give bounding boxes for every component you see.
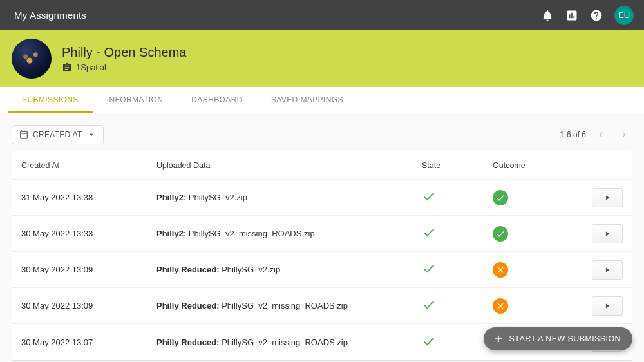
outcome-fail-icon [493,262,508,278]
list-toolbar: CREATED AT 1-6 of 6 [0,113,644,151]
cell-state [422,225,493,242]
cell-actions [570,296,623,316]
notifications-icon[interactable] [541,9,554,22]
fab-label: START A NEW SUBMISSION [509,334,621,343]
cell-outcome [493,298,570,314]
state-done-icon [422,189,436,205]
pagination-range: 1-6 of 6 [560,130,586,139]
assignment-org: 1Spatial [76,62,106,72]
tab-label: INFORMATION [107,95,164,104]
open-submission-button[interactable] [592,188,623,207]
cell-created-at: 30 May 2022 13:09 [21,301,156,310]
appbar: My Assignments EU [0,0,644,30]
calendar-icon [19,129,29,140]
sort-chip[interactable]: CREATED AT [12,125,104,144]
open-submission-button[interactable] [592,224,623,243]
state-done-icon [422,298,436,314]
outcome-pass-icon [493,190,508,205]
dashboard-icon[interactable] [565,9,578,22]
state-done-icon [422,225,436,242]
help-icon[interactable] [590,9,603,22]
appbar-title: My Assignments [14,10,541,21]
clipboard-icon [62,62,72,73]
state-done-icon [422,334,436,350]
open-submission-button[interactable] [592,260,623,280]
tab-saved-mappings[interactable]: SAVED MAPPINGS [257,87,357,113]
cell-actions [570,188,623,207]
next-page-button[interactable] [616,126,632,143]
cell-uploaded-data: Philly Reduced: PhillySG_v2.zip [156,265,422,274]
cell-uploaded-data: Philly2: PhillySG_v2.zip [156,193,422,202]
cell-created-at: 31 May 2022 13:38 [21,193,156,202]
cell-state [422,298,493,314]
state-done-icon [422,262,436,278]
cell-created-at: 30 May 2022 13:07 [21,338,156,347]
cell-outcome [493,190,570,205]
cell-state [422,262,493,278]
tab-submissions[interactable]: SUBMISSIONS [8,87,93,113]
paginator: 1-6 of 6 [560,126,632,143]
col-header-uploaded-data: Uploaded Data [156,161,422,170]
sort-label: CREATED AT [33,130,82,139]
col-header-state: State [422,161,493,170]
table-row: 31 May 2022 13:38Philly2: PhillySG_v2.zi… [12,180,632,216]
tab-information[interactable]: INFORMATION [93,87,178,113]
outcome-fail-icon [493,298,508,314]
prev-page-button[interactable] [592,126,609,143]
cell-outcome [493,226,570,242]
cell-state [422,189,493,205]
cell-uploaded-data: Philly Reduced: PhillySG_v2_missing_ROAD… [156,338,422,347]
assignment-header: Philly - Open Schema 1Spatial [0,30,644,87]
appbar-actions: EU [541,6,634,25]
table-row: 30 May 2022 13:33Philly2: PhillySG_v2_mi… [12,216,632,252]
tabs: SUBMISSIONS INFORMATION DASHBOARD SAVED … [0,87,644,113]
tab-label: SAVED MAPPINGS [271,95,343,104]
outcome-pass-icon [493,226,508,242]
chevron-down-icon [86,129,97,140]
plus-icon [493,333,504,345]
table-header: Created At Uploaded Data State Outcome [12,151,632,180]
start-submission-button[interactable]: START A NEW SUBMISSION [484,327,632,350]
tab-dashboard[interactable]: DASHBOARD [177,87,257,113]
user-avatar[interactable]: EU [614,6,634,25]
col-header-outcome: Outcome [493,161,570,170]
assignment-subtitle: 1Spatial [62,62,186,73]
cell-state [422,334,493,350]
assignment-title: Philly - Open Schema [62,45,186,60]
open-submission-button[interactable] [592,296,623,316]
cell-actions [570,260,623,280]
cell-uploaded-data: Philly Reduced: PhillySG_v2_missing_ROAD… [156,301,422,310]
assignment-avatar [12,39,52,79]
col-header-created-at: Created At [21,161,156,170]
cell-actions [570,224,623,243]
cell-uploaded-data: Philly2: PhillySG_v2_missing_ROADS.zip [156,229,422,238]
cell-outcome [493,262,570,278]
table-row: 30 May 2022 13:09Philly Reduced: PhillyS… [12,288,632,324]
cell-created-at: 30 May 2022 13:33 [21,229,156,238]
tab-label: DASHBOARD [191,95,243,104]
table-row: 30 May 2022 13:09Philly Reduced: PhillyS… [12,252,632,288]
cell-created-at: 30 May 2022 13:09 [21,265,156,274]
tab-label: SUBMISSIONS [22,95,79,104]
assignment-header-text: Philly - Open Schema 1Spatial [62,45,186,73]
